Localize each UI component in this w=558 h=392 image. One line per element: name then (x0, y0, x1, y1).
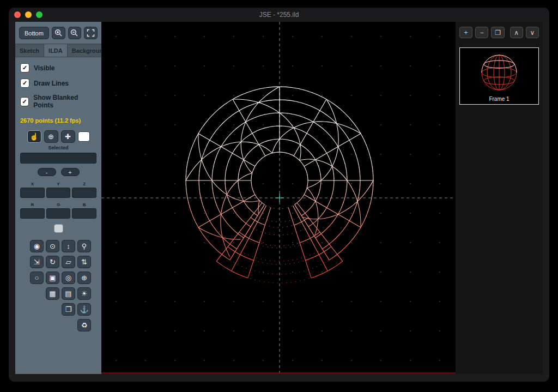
xyz-fields (20, 188, 96, 198)
fit-view-icon (87, 29, 95, 37)
frame-panel: +−❐∧∨ Frame 1 (456, 22, 543, 374)
frame-toolbar: +−❐∧∨ (459, 27, 539, 38)
selected-label: Selected (20, 145, 96, 150)
duplicate-frame-button[interactable]: ❐ (491, 27, 504, 38)
rotate-button[interactable]: ↻ (46, 256, 59, 268)
show-blanked-points-checkbox[interactable]: ✓ (20, 97, 29, 106)
g-field[interactable] (46, 208, 71, 219)
zoom-in-button[interactable] (52, 27, 65, 39)
traffic-lights (14, 11, 43, 18)
fit-view-button[interactable] (84, 27, 98, 39)
selection-step-row: - + (20, 168, 96, 176)
frame-label: Frame 1 (460, 94, 538, 104)
x-label: X (20, 182, 45, 186)
app-window: JSE - *255.ild Bottom (9, 8, 549, 382)
add-frame-button[interactable]: + (459, 27, 472, 38)
rgb-fields (20, 208, 96, 219)
tool-grid: ◉⊙↕⚲⇲↻▱⇅○▣◎⊕▦▤☀❐⚓♻ (20, 240, 96, 331)
decrement-button[interactable]: - (38, 168, 56, 176)
nudge-tool-button[interactable]: ✚ (61, 130, 75, 143)
zoom-window-button[interactable] (36, 11, 43, 18)
zoom-out-icon (70, 29, 78, 37)
point-select-button[interactable]: ⊙ (46, 240, 59, 252)
calculator-button[interactable]: ▦ (46, 287, 59, 300)
image-button[interactable]: ▤ (62, 287, 75, 300)
reselect-button[interactable]: ◉ (30, 240, 44, 252)
view-bottom-button[interactable]: Bottom (19, 27, 49, 39)
minimize-window-button[interactable] (25, 11, 32, 18)
distribute-button[interactable]: ⇅ (77, 256, 91, 268)
spiral-shape-button[interactable]: ◎ (62, 272, 75, 284)
g-label: G (46, 202, 71, 207)
zoom-out-button[interactable] (68, 27, 82, 39)
hand-tool-button[interactable]: ☝ (27, 130, 41, 143)
view-toolbar: Bottom (15, 22, 101, 44)
pointer-tools: ☝⊕✚ (20, 130, 96, 143)
z-field[interactable] (72, 188, 96, 198)
show-blanked-points-checkbox-row[interactable]: ✓ Show Blanked Points (20, 94, 96, 109)
export-frame-button[interactable]: ❐ (62, 303, 75, 316)
z-label: Z (72, 182, 96, 186)
draw-lines-checkbox-row[interactable]: ✓ Draw Lines (20, 79, 96, 88)
rgb-labels: R G B (20, 202, 96, 207)
show-blanked-points-label: Show Blanked Points (33, 94, 96, 109)
frame-shape-button[interactable]: ▣ (46, 272, 59, 284)
insert-point-button[interactable]: ↕ (62, 240, 75, 252)
panel-tabs: Sketch ILDA Background (15, 44, 101, 57)
main-content: Bottom (15, 22, 543, 374)
draw-lines-checkbox[interactable]: ✓ (20, 79, 29, 88)
visible-label: Visible (34, 64, 54, 72)
tab-ilda[interactable]: ILDA (44, 44, 68, 57)
color-swatch-button[interactable] (78, 131, 90, 142)
selection-input[interactable] (20, 153, 96, 164)
remove-frame-button[interactable]: − (475, 27, 488, 38)
laser-canvas[interactable] (101, 22, 456, 374)
r-field[interactable] (20, 208, 45, 219)
option-checkbox[interactable] (54, 224, 63, 233)
visible-checkbox-row[interactable]: ✓ Visible (20, 63, 96, 73)
points-status-text: 2670 points (11.2 fps) (20, 117, 96, 124)
anchor-button[interactable]: ⚓ (77, 303, 91, 316)
draw-lines-label: Draw Lines (34, 80, 69, 87)
pin-button[interactable]: ⚲ (77, 240, 91, 252)
move-frame-down-button[interactable]: ∨ (526, 27, 539, 38)
frame-card[interactable]: Frame 1 (459, 47, 539, 105)
x-field[interactable] (20, 188, 45, 198)
ilda-panel-body: ✓ Visible ✓ Draw Lines ✓ Show Blanked Po… (15, 57, 101, 374)
brightness-button[interactable]: ☀ (77, 287, 91, 300)
trash-button[interactable]: ♻ (77, 319, 91, 331)
b-label: B (72, 202, 96, 207)
y-label: Y (46, 182, 71, 186)
frame-thumb (460, 51, 538, 94)
y-field[interactable] (46, 188, 71, 198)
skew-button[interactable]: ▱ (62, 256, 75, 268)
titlebar: JSE - *255.ild (9, 8, 549, 22)
r-label: R (20, 202, 45, 207)
b-field[interactable] (72, 208, 96, 219)
xyz-labels: X Y Z (20, 182, 96, 186)
circle-shape-button[interactable]: ○ (30, 272, 44, 284)
window-title: JSE - *255.ild (9, 11, 549, 19)
move-frame-up-button[interactable]: ∧ (510, 27, 523, 38)
left-panel: Bottom (15, 22, 101, 374)
globe-shape-button[interactable]: ⊕ (77, 272, 91, 284)
visible-checkbox[interactable]: ✓ (20, 63, 29, 73)
increment-button[interactable]: + (61, 168, 80, 176)
tab-sketch[interactable]: Sketch (15, 44, 44, 57)
move-tool-button[interactable]: ⊕ (44, 130, 58, 143)
zoom-in-icon (54, 29, 63, 37)
close-window-button[interactable] (14, 11, 21, 18)
scale-button[interactable]: ⇲ (30, 256, 44, 268)
